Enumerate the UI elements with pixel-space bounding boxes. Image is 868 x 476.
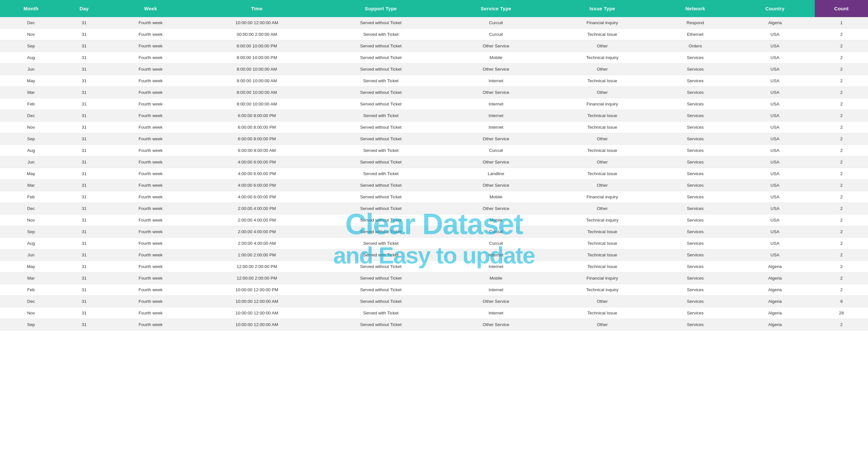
table-cell: 31 xyxy=(62,307,106,319)
table-cell: USA xyxy=(735,29,815,40)
table-row: Jun31Fourth week8:00:00 10:00:00 AMServe… xyxy=(0,64,868,75)
table-cell: 6:00:00 8:00:00 AM xyxy=(195,145,319,157)
table-cell: Fourth week xyxy=(106,157,195,168)
table-cell: Internet xyxy=(443,284,549,296)
table-cell: Fourth week xyxy=(106,273,195,284)
table-cell: Other xyxy=(549,180,655,191)
table-cell: Mar xyxy=(0,180,62,191)
table-cell: 31 xyxy=(62,52,106,64)
table-cell: Algeria xyxy=(735,273,815,284)
table-cell: Internet xyxy=(443,75,549,87)
table-cell: Mobile xyxy=(443,273,549,284)
col-network[interactable]: Network xyxy=(655,0,735,17)
table-cell: Served without Ticket xyxy=(319,319,443,331)
table-cell: Mar xyxy=(0,87,62,98)
table-cell: Technical Issue xyxy=(549,145,655,157)
table-cell: Other xyxy=(549,157,655,168)
table-cell: Nov xyxy=(0,307,62,319)
table-cell: 2 xyxy=(815,110,868,122)
table-cell: 2 xyxy=(815,145,868,157)
table-cell: 2 xyxy=(815,191,868,203)
table-cell: Services xyxy=(655,122,735,133)
col-month[interactable]: Month xyxy=(0,0,62,17)
col-time[interactable]: Time xyxy=(195,0,319,17)
table-cell: Financial inquiry xyxy=(549,98,655,110)
table-cell: 31 xyxy=(62,214,106,226)
table-cell: 2 xyxy=(815,29,868,40)
table-cell: 2 xyxy=(815,122,868,133)
table-cell: Fourth week xyxy=(106,40,195,52)
table-cell: Services xyxy=(655,98,735,110)
table-cell: Sep xyxy=(0,226,62,238)
col-count[interactable]: Count xyxy=(815,0,868,17)
table-cell: Fourth week xyxy=(106,29,195,40)
table-cell: 00:00:00 2:00:00 AM xyxy=(195,29,319,40)
table-cell: 4:00:00 6:00:00 PM xyxy=(195,191,319,203)
table-cell: Internet xyxy=(443,98,549,110)
table-cell: USA xyxy=(735,214,815,226)
table-cell: Aug xyxy=(0,238,62,249)
table-cell: Internet xyxy=(443,249,549,261)
col-issue-type[interactable]: Issue Type xyxy=(549,0,655,17)
table-cell: Services xyxy=(655,87,735,98)
col-day[interactable]: Day xyxy=(62,0,106,17)
table-row: Sep31Fourth week8:00:00 10:00:00 PMServe… xyxy=(0,40,868,52)
table-cell: Technical inquiry xyxy=(549,214,655,226)
table-row: Nov31Fourth week2:00:00 4:00:00 PMServed… xyxy=(0,214,868,226)
table-cell: Fourth week xyxy=(106,238,195,249)
table-cell: Services xyxy=(655,157,735,168)
table-cell: Dec xyxy=(0,17,62,29)
table-cell: Served without Ticket xyxy=(319,157,443,168)
table-cell: Dec xyxy=(0,296,62,307)
table-cell: 2 xyxy=(815,180,868,191)
table-cell: Financial inquiry xyxy=(549,191,655,203)
table-cell: 2:00:00 4:00:00 PM xyxy=(195,203,319,214)
table-cell: Served without Ticket xyxy=(319,273,443,284)
table-cell: 2 xyxy=(815,52,868,64)
table-cell: Fourth week xyxy=(106,168,195,180)
table-row: Dec31Fourth week2:00:00 4:00:00 PMServed… xyxy=(0,203,868,214)
table-cell: 8:00:00 10:00:00 PM xyxy=(195,40,319,52)
table-cell: Fourth week xyxy=(106,226,195,238)
table-cell: Served without Ticket xyxy=(319,64,443,75)
table-cell: Orders xyxy=(655,40,735,52)
table-cell: Financial inquiry xyxy=(549,273,655,284)
table-cell: Curcuit xyxy=(443,145,549,157)
table-cell: 31 xyxy=(62,40,106,52)
table-cell: Other xyxy=(549,133,655,145)
table-cell: USA xyxy=(735,180,815,191)
table-cell: 2 xyxy=(815,87,868,98)
table-row: Nov31Fourth week00:00:00 2:00:00 AMServe… xyxy=(0,29,868,40)
table-cell: Mar xyxy=(0,273,62,284)
table-cell: 2 xyxy=(815,214,868,226)
table-cell: Mobile xyxy=(443,214,549,226)
table-cell: 28 xyxy=(815,307,868,319)
header-row: Month Day Week Time Support Type Service… xyxy=(0,0,868,17)
table-cell: Other Service xyxy=(443,64,549,75)
table-cell: 31 xyxy=(62,145,106,157)
col-support-type[interactable]: Support Type xyxy=(319,0,443,17)
table-cell: Other Service xyxy=(443,157,549,168)
col-country[interactable]: Country xyxy=(735,0,815,17)
table-cell: Technical inquiry xyxy=(549,52,655,64)
table-cell: USA xyxy=(735,226,815,238)
table-cell: Served without Ticket xyxy=(319,87,443,98)
table-row: Dec31Fourth week10:00:00 12:00:00 AMServ… xyxy=(0,296,868,307)
table-row: Jun31Fourth week4:00:00 6:00:00 PMServed… xyxy=(0,157,868,168)
table-cell: May xyxy=(0,261,62,273)
table-cell: 31 xyxy=(62,98,106,110)
table-cell: Served without Ticket xyxy=(319,17,443,29)
table-row: Nov31Fourth week6:00:00 8:00:00 PMServed… xyxy=(0,122,868,133)
table-cell: Algeria xyxy=(735,296,815,307)
table-cell: Served without Ticket xyxy=(319,98,443,110)
table-cell: Sep xyxy=(0,319,62,331)
table-cell: Financial inquiry xyxy=(549,17,655,29)
table-cell: 2:00:00 4:00:00 PM xyxy=(195,214,319,226)
table-cell: Fourth week xyxy=(106,261,195,273)
table-cell: Served with Ticket xyxy=(319,249,443,261)
table-cell: Served with Ticket xyxy=(319,145,443,157)
col-service-type[interactable]: Service Type xyxy=(443,0,549,17)
table-cell: Technical Issue xyxy=(549,110,655,122)
col-week[interactable]: Week xyxy=(106,0,195,17)
table-row: Aug31Fourth week6:00:00 8:00:00 AMServed… xyxy=(0,145,868,157)
